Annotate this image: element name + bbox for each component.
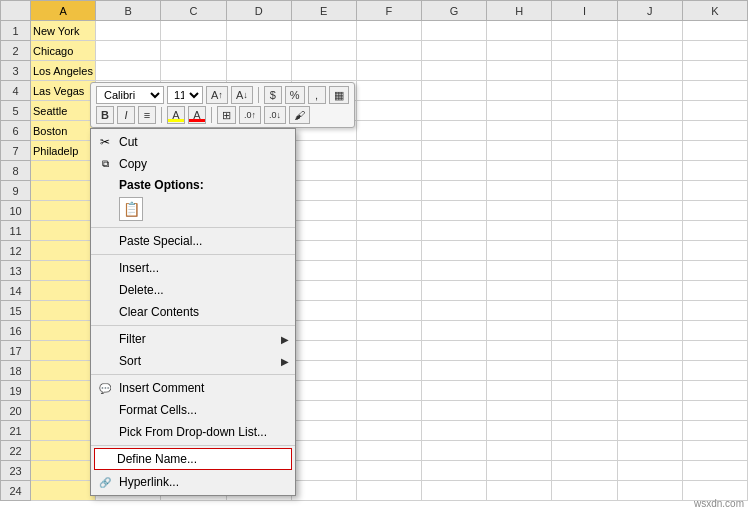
cell-h14[interactable] [487, 281, 552, 301]
cell-j8[interactable] [617, 161, 682, 181]
row-num-12[interactable]: 12 [1, 241, 31, 261]
row-num-2[interactable]: 2 [1, 41, 31, 61]
cell-i24[interactable] [552, 481, 617, 501]
cell-g7[interactable] [422, 141, 487, 161]
ctx-copy[interactable]: ⧉ Copy [91, 153, 295, 175]
cell-a5[interactable]: Seattle [31, 101, 96, 121]
col-header-h[interactable]: H [487, 1, 552, 21]
cell-h2[interactable] [487, 41, 552, 61]
increase-font-button[interactable]: A↑ [206, 86, 228, 104]
ctx-pick-from-list[interactable]: Pick From Drop-down List... [91, 421, 295, 443]
decrease-font-button[interactable]: A↓ [231, 86, 253, 104]
cell-g20[interactable] [422, 401, 487, 421]
row-num-6[interactable]: 6 [1, 121, 31, 141]
cell-i11[interactable] [552, 221, 617, 241]
ctx-sort[interactable]: Sort ▶ [91, 350, 295, 372]
row-num-23[interactable]: 23 [1, 461, 31, 481]
ctx-clear-contents[interactable]: Clear Contents [91, 301, 295, 323]
cell-f16[interactable] [356, 321, 421, 341]
cell-a6[interactable]: Boston [31, 121, 96, 141]
cell-j21[interactable] [617, 421, 682, 441]
cell-f9[interactable] [356, 181, 421, 201]
cell-a22[interactable] [31, 441, 96, 461]
decimal-decrease-button[interactable]: .0↓ [264, 106, 286, 124]
cell-j4[interactable] [617, 81, 682, 101]
cell-i4[interactable] [552, 81, 617, 101]
col-header-a[interactable]: A [31, 1, 96, 21]
cell-a8[interactable] [31, 161, 96, 181]
cell-b1[interactable] [96, 21, 161, 41]
cell-e11[interactable] [291, 221, 356, 241]
cell-j5[interactable] [617, 101, 682, 121]
cell-f14[interactable] [356, 281, 421, 301]
cell-h8[interactable] [487, 161, 552, 181]
cell-f12[interactable] [356, 241, 421, 261]
row-num-21[interactable]: 21 [1, 421, 31, 441]
number-format-button[interactable]: ▦ [329, 86, 349, 104]
cell-d1[interactable] [226, 21, 291, 41]
cell-a10[interactable] [31, 201, 96, 221]
cell-k14[interactable] [682, 281, 747, 301]
cell-e2[interactable] [291, 41, 356, 61]
cell-h9[interactable] [487, 181, 552, 201]
row-num-13[interactable]: 13 [1, 261, 31, 281]
cell-g18[interactable] [422, 361, 487, 381]
cell-j23[interactable] [617, 461, 682, 481]
row-num-16[interactable]: 16 [1, 321, 31, 341]
cell-g11[interactable] [422, 221, 487, 241]
cell-h10[interactable] [487, 201, 552, 221]
cell-g4[interactable] [422, 81, 487, 101]
ctx-delete[interactable]: Delete... [91, 279, 295, 301]
cell-i18[interactable] [552, 361, 617, 381]
cell-a20[interactable] [31, 401, 96, 421]
cell-i20[interactable] [552, 401, 617, 421]
cell-g5[interactable] [422, 101, 487, 121]
col-header-j[interactable]: J [617, 1, 682, 21]
cell-i19[interactable] [552, 381, 617, 401]
cell-a4[interactable]: Las Vegas [31, 81, 96, 101]
row-num-1[interactable]: 1 [1, 21, 31, 41]
font-name-selector[interactable]: Calibri [96, 86, 164, 104]
cell-a17[interactable] [31, 341, 96, 361]
cell-e7[interactable] [291, 141, 356, 161]
row-num-8[interactable]: 8 [1, 161, 31, 181]
font-size-selector[interactable]: 11 [167, 86, 203, 104]
cell-f17[interactable] [356, 341, 421, 361]
cell-a12[interactable] [31, 241, 96, 261]
cell-k11[interactable] [682, 221, 747, 241]
cell-e8[interactable] [291, 161, 356, 181]
cell-e19[interactable] [291, 381, 356, 401]
paste-icon-button[interactable]: 📋 [119, 197, 143, 221]
cell-h21[interactable] [487, 421, 552, 441]
cell-g9[interactable] [422, 181, 487, 201]
cell-i8[interactable] [552, 161, 617, 181]
cell-f24[interactable] [356, 481, 421, 501]
ctx-insert[interactable]: Insert... [91, 257, 295, 279]
col-header-k[interactable]: K [682, 1, 747, 21]
cell-e21[interactable] [291, 421, 356, 441]
row-num-19[interactable]: 19 [1, 381, 31, 401]
cell-e23[interactable] [291, 461, 356, 481]
cell-e24[interactable] [291, 481, 356, 501]
cell-j22[interactable] [617, 441, 682, 461]
cell-e14[interactable] [291, 281, 356, 301]
highlight-color-button[interactable]: A [167, 106, 185, 124]
cell-j17[interactable] [617, 341, 682, 361]
cell-j24[interactable] [617, 481, 682, 501]
cell-h1[interactable] [487, 21, 552, 41]
ctx-filter[interactable]: Filter ▶ [91, 328, 295, 350]
cell-e15[interactable] [291, 301, 356, 321]
cell-i13[interactable] [552, 261, 617, 281]
row-num-4[interactable]: 4 [1, 81, 31, 101]
cell-k4[interactable] [682, 81, 747, 101]
col-header-f[interactable]: F [356, 1, 421, 21]
cell-i9[interactable] [552, 181, 617, 201]
row-num-11[interactable]: 11 [1, 221, 31, 241]
cell-g3[interactable] [422, 61, 487, 81]
cell-a9[interactable] [31, 181, 96, 201]
cell-a7[interactable]: Philadelp [31, 141, 96, 161]
row-num-9[interactable]: 9 [1, 181, 31, 201]
cell-i14[interactable] [552, 281, 617, 301]
cell-d2[interactable] [226, 41, 291, 61]
row-num-22[interactable]: 22 [1, 441, 31, 461]
